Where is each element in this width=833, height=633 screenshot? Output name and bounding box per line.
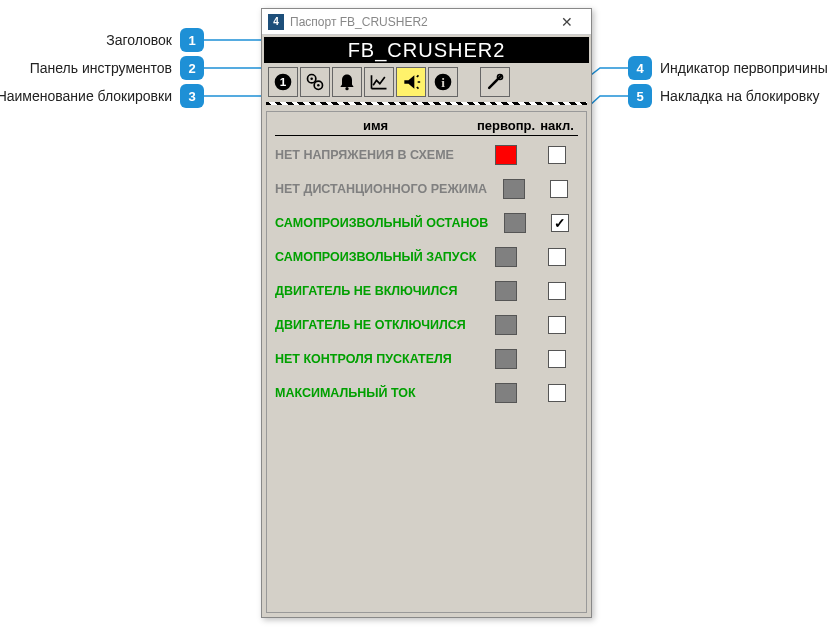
table-row: ДВИГАТЕЛЬ НЕ ВКЛЮЧИЛСЯ [275, 278, 578, 304]
callout-2-label: Панель инструментов [30, 60, 172, 76]
prime-indicator [495, 247, 517, 267]
titlebar: 4 Паспорт FB_CRUSHER2 ✕ [262, 9, 591, 35]
callout-2: Панель инструментов 2 [14, 56, 204, 80]
toolbar-alarm-button[interactable] [332, 67, 362, 97]
prime-indicator [495, 315, 517, 335]
table-row: НЕТ КОНТРОЛЯ ПУСКАТЕЛЯ [275, 346, 578, 372]
prime-indicator [503, 179, 525, 199]
prime-cell [476, 145, 536, 165]
callout-3-bubble: 3 [180, 84, 204, 108]
prime-cell [476, 281, 536, 301]
svg-text:i: i [441, 75, 445, 90]
col-overlay-header: накл. [536, 118, 578, 133]
prime-cell [487, 179, 540, 199]
table-row: НЕТ НАПРЯЖЕНИЯ В СХЕМЕ [275, 142, 578, 168]
overlay-checkbox[interactable]: ✓ [551, 214, 569, 232]
prime-indicator [504, 213, 526, 233]
callout-4: 4 Индикатор первопричины [628, 56, 828, 80]
overlay-checkbox[interactable] [548, 350, 566, 368]
info-icon: i [433, 72, 453, 92]
toolbar-tools-button[interactable] [480, 67, 510, 97]
overlay-cell [536, 384, 578, 402]
gears-icon [305, 72, 325, 92]
callout-1-label: Заголовок [106, 32, 172, 48]
overlay-checkbox[interactable] [548, 282, 566, 300]
prime-cell [476, 349, 536, 369]
lock-name: ДВИГАТЕЛЬ НЕ ВКЛЮЧИЛСЯ [275, 284, 476, 298]
toolbar: 1 i [262, 65, 591, 99]
overlay-cell [536, 282, 578, 300]
overlay-cell [536, 316, 578, 334]
overlay-checkbox[interactable] [548, 384, 566, 402]
lock-name: САМОПРОИЗВОЛЬНЫЙ ЗАПУСК [275, 250, 476, 264]
overlay-checkbox[interactable] [548, 146, 566, 164]
window-title: Паспорт FB_CRUSHER2 [290, 15, 543, 29]
overlay-checkbox[interactable] [548, 248, 566, 266]
lock-name: ДВИГАТЕЛЬ НЕ ОТКЛЮЧИЛСЯ [275, 318, 476, 332]
prime-indicator [495, 349, 517, 369]
lock-name: МАКСИМАЛЬНЫЙ ТОК [275, 386, 476, 400]
lock-name: САМОПРОИЗВОЛЬНЫЙ ОСТАНОВ [275, 216, 488, 230]
callout-3-label: Наименование блокировки [0, 88, 172, 104]
toolbar-horn-button[interactable] [396, 67, 426, 97]
prime-cell [476, 247, 536, 267]
svg-point-4 [310, 77, 313, 80]
horn-icon [401, 72, 421, 92]
overlay-cell [536, 248, 578, 266]
callout-1: Заголовок 1 [14, 28, 204, 52]
prime-indicator [495, 383, 517, 403]
prime-cell [476, 383, 536, 403]
toolbar-settings-button[interactable] [300, 67, 330, 97]
callout-4-label: Индикатор первопричины [660, 60, 828, 76]
overlay-checkbox[interactable] [550, 180, 568, 198]
toolbar-info-button[interactable]: i [428, 67, 458, 97]
list-header: имя первопр. накл. [275, 118, 578, 136]
chart-icon [369, 72, 389, 92]
callout-1-bubble: 1 [180, 28, 204, 52]
callout-4-bubble: 4 [628, 56, 652, 80]
table-row: НЕТ ДИСТАНЦИОННОГО РЕЖИМА [275, 176, 578, 202]
svg-point-5 [317, 84, 320, 87]
prime-indicator [495, 281, 517, 301]
toolbar-one-button[interactable]: 1 [268, 67, 298, 97]
callout-5-bubble: 5 [628, 84, 652, 108]
bell-icon [337, 72, 357, 92]
overlay-cell [536, 350, 578, 368]
prime-cell [476, 315, 536, 335]
table-row: ДВИГАТЕЛЬ НЕ ОТКЛЮЧИЛСЯ [275, 312, 578, 338]
svg-text:1: 1 [280, 75, 287, 88]
callout-5: 5 Накладка на блокировку [628, 84, 820, 108]
table-row: САМОПРОИЗВОЛЬНЫЙ ОСТАНОВ✓ [275, 210, 578, 236]
prime-cell [488, 213, 541, 233]
col-prime-header: первопр. [476, 118, 536, 133]
prime-indicator [495, 145, 517, 165]
lock-list: имя первопр. накл. НЕТ НАПРЯЖЕНИЯ В СХЕМ… [266, 111, 587, 613]
tools-icon [485, 72, 505, 92]
close-button[interactable]: ✕ [549, 12, 585, 32]
col-name-header: имя [275, 118, 476, 133]
overlay-checkbox[interactable] [548, 316, 566, 334]
passport-window: 4 Паспорт FB_CRUSHER2 ✕ FB_CRUSHER2 1 i [261, 8, 592, 618]
header-band: FB_CRUSHER2 [264, 37, 589, 63]
callout-3: Наименование блокировки 3 [14, 84, 204, 108]
lock-name: НЕТ КОНТРОЛЯ ПУСКАТЕЛЯ [275, 352, 476, 366]
table-row: МАКСИМАЛЬНЫЙ ТОК [275, 380, 578, 406]
lock-name: НЕТ НАПРЯЖЕНИЯ В СХЕМЕ [275, 148, 476, 162]
overlay-cell [536, 146, 578, 164]
app-icon: 4 [268, 14, 284, 30]
overlay-cell [541, 180, 578, 198]
toolbar-chart-button[interactable] [364, 67, 394, 97]
svg-point-6 [345, 87, 348, 90]
lock-name: НЕТ ДИСТАНЦИОННОГО РЕЖИМА [275, 182, 487, 196]
toolbar-sep [266, 102, 587, 105]
overlay-cell: ✓ [541, 214, 578, 232]
table-row: САМОПРОИЗВОЛЬНЫЙ ЗАПУСК [275, 244, 578, 270]
callout-5-label: Накладка на блокировку [660, 88, 820, 104]
callout-2-bubble: 2 [180, 56, 204, 80]
